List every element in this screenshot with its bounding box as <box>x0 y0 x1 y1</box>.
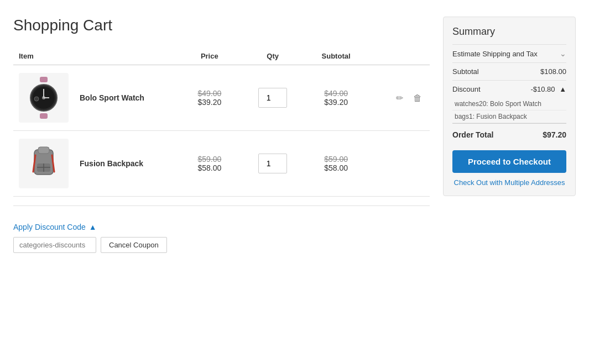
svg-rect-1 <box>40 113 48 119</box>
cart-table: Item Price Qty Subtotal <box>13 48 430 206</box>
col-header-qty: Qty <box>243 48 303 65</box>
price-discounted: $39.20 <box>181 98 237 107</box>
shipping-label: Estimate Shipping and Tax <box>452 50 538 58</box>
discount-section: Apply Discount Code ▲ Cancel Coupon <box>13 217 430 253</box>
discount-code-input[interactable] <box>13 237 96 253</box>
expand-icon[interactable]: ▲ <box>559 85 566 93</box>
item-price-fusion-backpack: $59.00 $58.00 <box>176 131 243 197</box>
discount-value: -$10.80 ▲ <box>530 85 566 93</box>
item-image-cell <box>13 65 74 131</box>
table-row: Bolo Sport Watch $49.00 $39.20 $49.00 $3… <box>13 65 430 131</box>
item-name-fusion-backpack: Fusion Backpack <box>74 131 176 197</box>
discount-label: Discount <box>452 85 481 93</box>
subtotal-label: Subtotal <box>452 67 479 76</box>
discount-sub-item-2: bags1: Fusion Backpack <box>452 110 566 123</box>
summary-sidebar: Summary Estimate Shipping and Tax ⌄ Subt… <box>443 17 576 196</box>
order-total-row: Order Total $97.20 <box>452 123 566 144</box>
discount-form: Cancel Coupon <box>13 237 430 253</box>
item-image-cell <box>13 131 74 197</box>
order-total-label: Order Total <box>452 130 493 139</box>
item-name-bolo-watch: Bolo Sport Watch <box>74 65 176 131</box>
order-total-value: $97.20 <box>543 130 566 139</box>
subtotal-discounted: $58.00 <box>308 163 364 172</box>
item-price-bolo-watch: $49.00 $39.20 <box>176 65 243 131</box>
svg-rect-0 <box>40 77 48 82</box>
qty-input-fusion-backpack[interactable] <box>258 154 287 173</box>
discount-toggle-label: Apply Discount Code <box>13 223 86 231</box>
backpack-image <box>19 139 69 188</box>
svg-point-7 <box>34 97 39 101</box>
qty-cell-bolo-watch <box>243 65 303 131</box>
subtotal-original: $59.00 <box>308 155 364 163</box>
table-row: Fusion Backpack $59.00 $58.00 $59.00 $58… <box>13 131 430 197</box>
watch-image <box>19 73 69 123</box>
multi-address-link[interactable]: Check Out with Multiple Addresses <box>452 178 566 187</box>
delete-button-bolo-watch[interactable]: 🗑 <box>411 91 424 105</box>
apply-discount-toggle[interactable]: Apply Discount Code ▲ <box>13 223 430 231</box>
col-header-item: Item <box>13 48 176 65</box>
summary-title: Summary <box>452 26 566 38</box>
price-original: $49.00 <box>181 89 237 98</box>
estimate-shipping-row[interactable]: Estimate Shipping and Tax ⌄ <box>452 44 566 62</box>
subtotal-bolo-watch: $49.00 $39.20 <box>303 65 369 131</box>
discount-sub-item-1: watches20: Bolo Sport Watch <box>452 98 566 110</box>
actions-cell <box>369 131 430 197</box>
discount-row: Discount -$10.80 ▲ <box>452 80 566 98</box>
qty-input-bolo-watch[interactable] <box>258 88 287 108</box>
svg-rect-9 <box>38 147 49 154</box>
page-title: Shopping Cart <box>13 17 430 34</box>
col-header-price: Price <box>176 48 243 65</box>
edit-button-bolo-watch[interactable]: ✏ <box>394 91 405 105</box>
subtotal-original: $49.00 <box>308 89 364 98</box>
col-header-subtotal: Subtotal <box>303 48 369 65</box>
chevron-up-icon: ▲ <box>89 223 97 231</box>
subtotal-value: $108.00 <box>540 67 566 76</box>
chevron-down-icon: ⌄ <box>560 49 566 58</box>
discount-amount: -$10.80 <box>530 85 555 93</box>
price-discounted: $58.00 <box>181 163 237 172</box>
checkout-button[interactable]: Proceed to Checkout <box>452 150 566 173</box>
price-original: $59.00 <box>181 155 237 163</box>
subtotal-discounted: $39.20 <box>308 98 364 107</box>
subtotal-fusion-backpack: $59.00 $58.00 <box>303 131 369 197</box>
actions-cell: ✏ 🗑 <box>369 65 430 131</box>
subtotal-row: Subtotal $108.00 <box>452 62 566 80</box>
qty-cell-fusion-backpack <box>243 131 303 197</box>
backpack-icon <box>24 141 63 186</box>
separator-row <box>13 197 430 206</box>
cancel-coupon-button[interactable]: Cancel Coupon <box>101 237 167 253</box>
watch-icon <box>24 76 63 120</box>
